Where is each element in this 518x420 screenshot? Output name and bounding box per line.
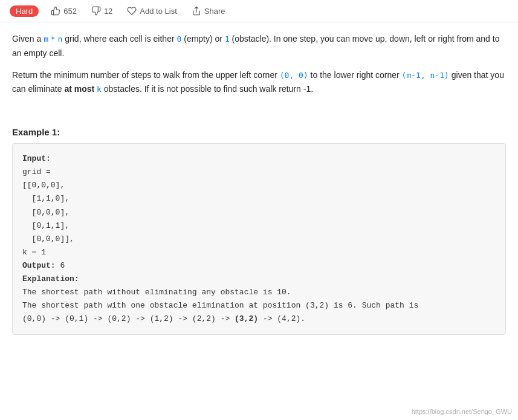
share-icon <box>192 6 201 16</box>
heart-icon <box>127 6 137 16</box>
add-to-list-button[interactable]: Add to List <box>125 5 179 17</box>
at-most-bold: at most <box>64 84 94 94</box>
star-op: * <box>51 34 56 44</box>
upvote-button[interactable]: 652 <box>48 5 79 17</box>
paragraph-1: Given a m * n grid, where each cell is e… <box>12 32 506 61</box>
watermark: https://blog.csdn.net/Sengo_GWU <box>412 408 512 415</box>
upvote-count: 652 <box>63 7 77 16</box>
content-area: Given a m * n grid, where each cell is e… <box>0 22 518 353</box>
top-bar: Hard 652 12 Add to List Share <box>0 0 518 22</box>
spacer <box>12 104 506 115</box>
share-button[interactable]: Share <box>189 5 228 17</box>
code-content: Input: grid = [[0,0,0], [1,1,0], [0,0,0]… <box>22 154 418 323</box>
share-label: Share <box>204 7 225 16</box>
difficulty-badge: Hard <box>10 5 39 17</box>
m-var: m <box>44 34 48 44</box>
downvote-count: 12 <box>104 7 112 16</box>
thumbs-up-icon <box>51 6 60 16</box>
k-var-inline: k <box>97 85 102 94</box>
zero-val: 0 <box>177 34 182 44</box>
paragraph-2: Return the minimum number of steps to wa… <box>12 68 506 97</box>
thumbs-down-icon <box>91 6 101 16</box>
coord-00: (0, 0) <box>280 71 308 80</box>
one-val: 1 <box>225 34 230 44</box>
example-1-title: Example 1: <box>12 127 506 137</box>
coord-m1n1: (m-1, n-1) <box>402 71 449 80</box>
downvote-button[interactable]: 12 <box>89 5 115 17</box>
add-to-list-label: Add to List <box>140 7 176 16</box>
example-1-code-block: Input: grid = [[0,0,0], [1,1,0], [0,0,0]… <box>12 143 506 335</box>
n-var: n <box>58 34 63 44</box>
